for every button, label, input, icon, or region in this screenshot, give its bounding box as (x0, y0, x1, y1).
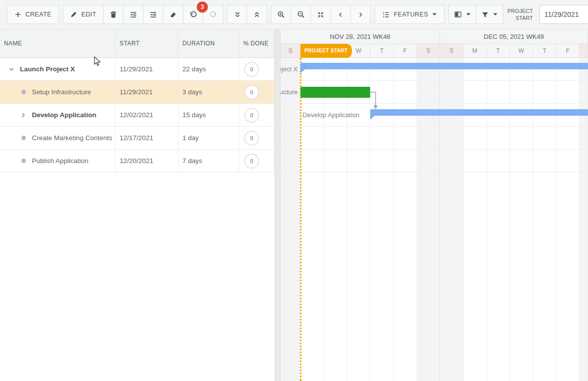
start-cell[interactable]: 11/29/2021 (116, 58, 178, 80)
zoom-in-button[interactable] (271, 5, 291, 24)
percent-done-cell[interactable]: 0 (239, 81, 275, 103)
week-header-cell: DEC 05, 2021 WK49 (440, 29, 588, 44)
grid-header: NAMESTARTDURATION% DONE (0, 29, 275, 58)
name-cell[interactable]: Setup Infrastructure (0, 81, 116, 103)
create-group: CREATE (7, 5, 59, 24)
start-cell[interactable]: 12/17/2021 (116, 127, 178, 149)
chevron-right-icon[interactable] (20, 112, 27, 119)
task-name: Launch Project X (20, 65, 75, 73)
task-name: Setup Infrastructure (32, 88, 91, 96)
name-cell[interactable]: Develop Application (0, 104, 116, 126)
day-header-cell: F (394, 44, 417, 57)
column-header-start[interactable]: START (116, 29, 178, 57)
name-cell[interactable]: Launch Project X (0, 58, 116, 80)
task-row[interactable]: Develop Application12/02/202115 days0 (0, 104, 275, 127)
task-bar-launch-project-x[interactable] (300, 63, 588, 69)
project-start-date-field[interactable] (539, 5, 588, 24)
week-header-cell: NOV 28, 2021 WK48 (281, 29, 440, 44)
features-label: FEATURES (394, 11, 428, 18)
task-bar-setup-infrastructure[interactable] (300, 87, 370, 98)
percent-done-cell[interactable]: 0 (239, 150, 275, 172)
compress-icon (317, 11, 324, 18)
plus-icon (14, 11, 21, 18)
create-button[interactable]: CREATE (7, 5, 59, 24)
column-header-duration[interactable]: DURATION (178, 29, 239, 57)
start-cell[interactable]: 12/20/2021 (116, 150, 178, 172)
pencil-icon (70, 11, 77, 18)
timeline-week-header: NOV 28, 2021 WK48DEC 05, 2021 WK49 (281, 29, 588, 44)
column-header-name[interactable]: NAME (0, 29, 116, 57)
caret-down-icon (432, 12, 437, 16)
task-bar-label: Setup Infrastructure (281, 81, 297, 104)
task-row[interactable]: Setup Infrastructure11/29/20213 days0 (0, 81, 275, 104)
column-header--done[interactable]: % DONE (239, 29, 275, 57)
leaf-icon (20, 136, 27, 140)
trash-icon (110, 11, 117, 18)
task-row[interactable]: Create Marketing Contents12/17/20211 day… (0, 127, 275, 150)
duration-cell[interactable]: 7 days (178, 150, 239, 172)
duration-cell[interactable]: 1 day (178, 127, 239, 149)
parent-bar-end-triangle (300, 69, 305, 73)
name-cell[interactable]: Create Marketing Contents (0, 127, 116, 149)
task-bar-label: Develop Application (302, 104, 359, 127)
edit-button[interactable]: EDIT (63, 5, 104, 24)
shift-previous-button[interactable] (331, 5, 351, 24)
start-cell[interactable]: 11/29/2021 (116, 81, 178, 103)
task-bar-develop-application[interactable] (370, 109, 588, 116)
toolbar: CREATE EDIT 3 (0, 0, 588, 29)
percent-done-badge: 0 (244, 154, 259, 169)
undo-icon (189, 10, 197, 18)
column-filter-group (448, 5, 503, 24)
percent-done-cell[interactable]: 0 (239, 58, 275, 80)
eraser-button[interactable] (163, 5, 183, 24)
chevron-left-icon (337, 11, 344, 18)
double-chevron-up-icon (253, 11, 261, 18)
features-group: FEATURES (375, 5, 444, 24)
day-header-cell: T (370, 44, 394, 57)
zoom-out-icon (297, 10, 305, 18)
leaf-bullet-icon (21, 159, 26, 163)
percent-done-cell[interactable]: 0 (239, 104, 275, 126)
percent-done-badge: 0 (244, 108, 259, 123)
checklist-icon (382, 11, 390, 18)
percent-done-badge: 0 (244, 131, 259, 146)
percent-done-badge: 0 (244, 62, 259, 77)
zoom-group (271, 5, 371, 24)
day-header-cell: M (463, 44, 487, 57)
pane-splitter[interactable] (275, 29, 281, 381)
task-grid: NAMESTARTDURATION% DONE Launch Project X… (0, 29, 275, 381)
indent-button[interactable] (124, 5, 144, 24)
percent-done-cell[interactable]: 0 (239, 127, 275, 149)
undo-button[interactable]: 3 (183, 5, 203, 24)
zoom-to-fit-button[interactable] (311, 5, 331, 24)
expand-all-button[interactable] (227, 5, 247, 24)
timeline-day-header: PROJECT START SWTFSSMTWTF (281, 44, 588, 58)
outdent-button[interactable] (144, 5, 163, 24)
timeline-row-line (281, 127, 588, 150)
start-cell[interactable]: 12/02/2021 (116, 104, 178, 126)
shift-next-button[interactable] (351, 5, 371, 24)
delete-button[interactable] (104, 5, 124, 24)
duration-cell[interactable]: 3 days (178, 81, 239, 103)
task-row[interactable]: Publish Application12/20/20217 days0 (0, 150, 275, 173)
task-row[interactable]: Launch Project X11/29/202122 days0 (0, 58, 275, 81)
name-cell[interactable]: Publish Application (0, 150, 116, 172)
duration-cell[interactable]: 22 days (178, 58, 239, 80)
features-dropdown-button[interactable]: FEATURES (375, 5, 444, 24)
columns-dropdown-button[interactable] (448, 5, 476, 24)
day-header-cell (580, 44, 588, 57)
expand-collapse-group (227, 5, 267, 24)
outdent-icon (149, 11, 157, 18)
double-chevron-down-icon (234, 11, 241, 18)
day-header-cell: T (533, 44, 557, 57)
project-start-field-label: PROJECT START (507, 7, 533, 22)
day-header-cell: W (510, 44, 533, 57)
leaf-bullet-icon (21, 90, 26, 94)
collapse-all-button[interactable] (247, 5, 267, 24)
zoom-out-button[interactable] (291, 5, 311, 24)
filter-dropdown-button[interactable] (476, 5, 503, 24)
gantt-content: NAMESTARTDURATION% DONE Launch Project X… (0, 29, 588, 381)
chevron-down-icon[interactable] (8, 66, 15, 73)
duration-cell[interactable]: 15 days (178, 104, 239, 126)
project-start-date-input[interactable] (545, 10, 588, 18)
